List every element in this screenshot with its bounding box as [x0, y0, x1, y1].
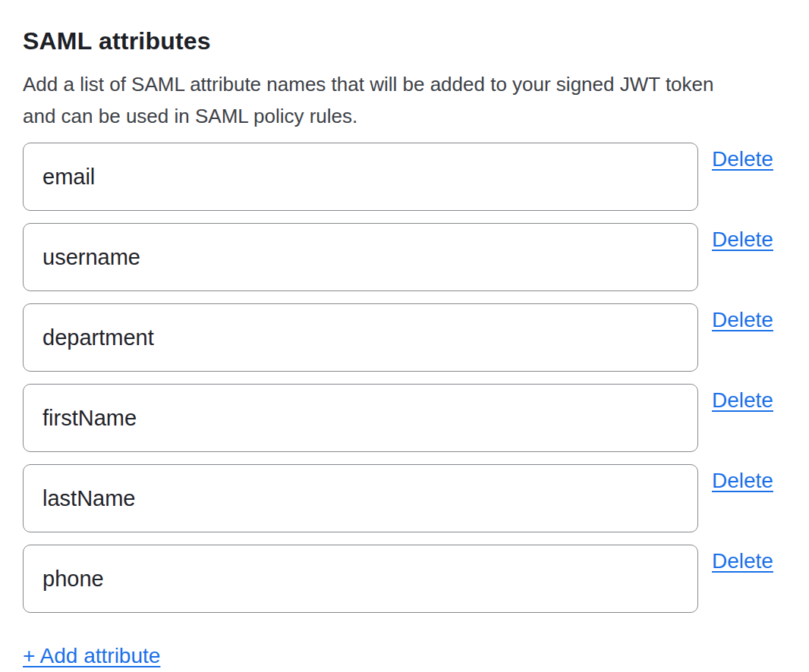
attribute-rows: Delete Delete Delete Delete Delete Delet…	[23, 143, 776, 613]
delete-attribute-link[interactable]: Delete	[712, 468, 773, 494]
delete-attribute-link[interactable]: Delete	[712, 307, 773, 333]
attribute-row: Delete	[23, 143, 776, 211]
attribute-name-input[interactable]	[23, 223, 698, 291]
section-description-line1: Add a list of SAML attribute names that …	[23, 68, 776, 100]
attribute-row: Delete	[23, 545, 776, 613]
delete-attribute-link[interactable]: Delete	[712, 227, 773, 253]
attribute-name-input[interactable]	[23, 464, 698, 532]
attribute-name-input[interactable]	[23, 384, 698, 452]
section-description: Add a list of SAML attribute names that …	[23, 68, 776, 132]
attribute-row: Delete	[23, 384, 776, 452]
attribute-name-input[interactable]	[23, 303, 698, 372]
attribute-name-input[interactable]	[23, 143, 698, 211]
add-attribute-link[interactable]: + Add attribute	[23, 643, 160, 669]
delete-attribute-link[interactable]: Delete	[712, 146, 773, 172]
delete-attribute-link[interactable]: Delete	[712, 388, 773, 413]
delete-attribute-link[interactable]: Delete	[712, 548, 773, 574]
attribute-row: Delete	[23, 223, 776, 291]
section-title: SAML attributes	[23, 26, 776, 56]
attribute-row: Delete	[23, 303, 776, 372]
section-description-line2: and can be used in SAML policy rules.	[23, 100, 776, 132]
saml-attributes-section: SAML attributes Add a list of SAML attri…	[0, 0, 809, 672]
attribute-name-input[interactable]	[23, 545, 698, 613]
attribute-row: Delete	[23, 464, 776, 532]
